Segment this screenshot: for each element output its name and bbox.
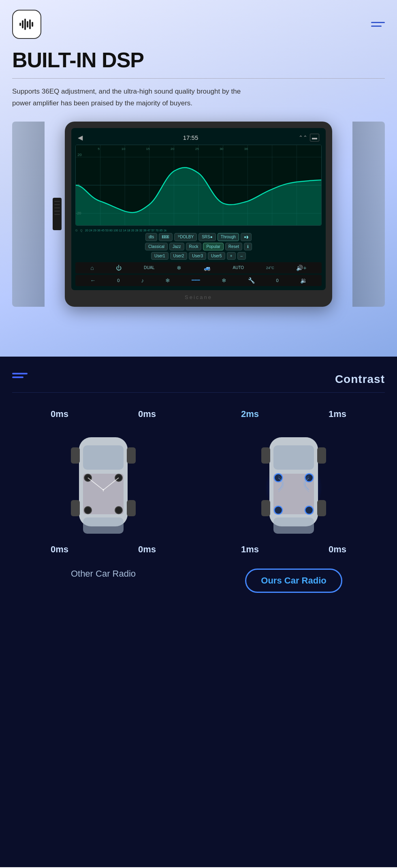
svg-text:10: 10 xyxy=(122,147,126,151)
zero-right: 0 xyxy=(276,278,279,283)
cars-comparison: 0ms 0ms 0ms 0ms xyxy=(12,405,385,593)
user1-btn[interactable]: User1 xyxy=(151,252,169,260)
other-car-svg xyxy=(71,425,136,539)
other-car-label: Other Car Radio xyxy=(71,569,136,579)
reset-btn[interactable]: Reset xyxy=(225,243,242,250)
brand-label: Seicane xyxy=(71,294,326,300)
power-nav[interactable]: ⏻ xyxy=(116,265,122,271)
header-row xyxy=(12,10,385,39)
classical-btn[interactable]: Classical xyxy=(145,243,168,250)
our-car-col: 2ms 1ms 1ms 0ms xyxy=(203,405,385,593)
hamburger-menu[interactable] xyxy=(371,22,385,27)
svg-point-56 xyxy=(305,506,313,514)
jazz-btn[interactable]: Jazz xyxy=(169,243,184,250)
svg-rect-2 xyxy=(24,19,26,30)
car-unit: ◀ 17:55 ⌃⌃ ▬ xyxy=(65,122,332,307)
eq-row-1: dts 𝄡𝄡𝄡 𝄢DOLBY SRS● Through ●◗ xyxy=(75,233,322,241)
logo-box xyxy=(12,10,41,39)
svg-rect-30 xyxy=(83,445,124,470)
user3-btn[interactable]: User3 xyxy=(189,252,206,260)
add-btn[interactable]: + xyxy=(227,252,236,260)
back-nav[interactable]: ← xyxy=(90,277,96,284)
svg-text:-20: -20 xyxy=(76,211,81,215)
svg-rect-0 xyxy=(19,23,21,26)
temp-label: 24°C xyxy=(266,266,274,270)
contrast-divider xyxy=(12,392,385,393)
bottom-section: Contrast 0ms 0ms 0ms 0ms xyxy=(0,357,397,867)
svg-text:36: 36 xyxy=(244,147,248,151)
user5-btn[interactable]: User5 xyxy=(208,252,225,260)
through-btn[interactable]: Through xyxy=(218,233,239,241)
other-ms-top-right: 0ms xyxy=(138,409,156,419)
svg-rect-50 xyxy=(317,447,326,464)
rock-btn[interactable]: Rock xyxy=(186,243,202,250)
eq-svg: 20 0 -20 5 10 15 20 25 30 36 xyxy=(76,145,321,225)
dts-btn[interactable]: dts xyxy=(145,233,157,241)
srs-btn[interactable]: SRS● xyxy=(198,233,216,241)
other-car-col: 0ms 0ms 0ms 0ms xyxy=(12,405,194,579)
other-ms-bot-right: 0ms xyxy=(138,544,156,555)
info-btn[interactable]: ℹ xyxy=(244,243,252,250)
home-nav[interactable]: ⌂ xyxy=(90,265,94,271)
popular-btn[interactable]: Popular xyxy=(203,243,223,250)
screen-nav: ⌂ ⏻ DUAL ❄ 🚙 AUTO 24°C 🔊+ xyxy=(75,262,322,274)
zero-left: 0 xyxy=(117,278,120,283)
page-title: BUILT-IN DSP xyxy=(12,49,385,72)
ours-car-button[interactable]: Ours Car Radio xyxy=(245,569,342,593)
eq-graph: 20 0 -20 5 10 15 20 25 30 36 xyxy=(75,145,322,226)
bbe-btn[interactable]: 𝄡𝄡𝄡 xyxy=(159,233,173,241)
wrench-nav[interactable]: 🔧 xyxy=(248,277,255,284)
user2-btn[interactable]: User2 xyxy=(170,252,188,260)
minus-btn[interactable]: – xyxy=(237,252,246,260)
other-ms-top-left: 0ms xyxy=(51,409,68,419)
svg-text:30: 30 xyxy=(220,147,224,151)
vol-down-nav[interactable]: 🔉 xyxy=(300,277,307,284)
dolby-btn[interactable]: 𝄢DOLBY xyxy=(174,233,197,241)
auto-nav[interactable]: AUTO xyxy=(233,265,244,270)
svg-rect-1 xyxy=(22,20,23,28)
svg-rect-49 xyxy=(261,447,270,464)
output-btn[interactable]: ●◗ xyxy=(241,233,252,241)
subtitle-text: Supports 36EQ adjustment, and the ultra-… xyxy=(12,86,255,109)
svg-text:0: 0 xyxy=(77,183,79,187)
svg-text:5: 5 xyxy=(98,147,100,151)
our-ms-top-right: 1ms xyxy=(329,409,346,419)
eq-row-2: Classical Jazz Rock Popular Reset ℹ xyxy=(75,243,322,250)
svg-rect-48 xyxy=(273,517,314,534)
fan-nav[interactable]: ❄ xyxy=(165,277,170,284)
svg-point-39 xyxy=(84,507,92,514)
top-section: BUILT-IN DSP Supports 36EQ adjustment, a… xyxy=(0,0,397,357)
dual-nav[interactable]: DUAL xyxy=(144,265,155,270)
vol-up-nav[interactable]: 🔊+ xyxy=(296,265,306,271)
contrast-title: Contrast xyxy=(335,373,385,386)
music-nav[interactable]: ♪ xyxy=(141,277,144,284)
our-ms-bot-right: 0ms xyxy=(329,544,346,555)
sound-wave-icon xyxy=(18,15,36,33)
other-ms-bot-left: 0ms xyxy=(51,544,68,555)
svg-text:20: 20 xyxy=(77,153,81,157)
svg-rect-52 xyxy=(317,500,326,516)
our-car-view: 2ms 1ms 1ms 0ms xyxy=(241,405,346,559)
other-car-view: 0ms 0ms 0ms 0ms xyxy=(51,405,156,559)
svg-rect-35 xyxy=(71,500,80,516)
screen-topbar: ◀ 17:55 ⌃⌃ ▬ xyxy=(75,132,322,145)
snowflake-nav[interactable]: ❄ xyxy=(177,265,181,271)
eq-row-3: User1 User2 User3 User5 + – xyxy=(75,252,322,260)
our-ms-top-left: 2ms xyxy=(241,409,259,419)
svg-rect-34 xyxy=(127,447,136,464)
svg-rect-51 xyxy=(261,500,270,516)
accent-lines xyxy=(12,373,28,378)
svg-rect-32 xyxy=(83,517,124,534)
clock: 17:55 xyxy=(183,134,198,141)
svg-rect-36 xyxy=(127,500,136,516)
slider-nav[interactable]: ━━━ xyxy=(192,278,200,283)
svg-text:25: 25 xyxy=(195,147,199,151)
svg-point-55 xyxy=(274,506,282,514)
car-nav[interactable]: 🚙 xyxy=(204,265,211,271)
svg-rect-3 xyxy=(27,21,28,28)
svg-point-40 xyxy=(115,507,122,514)
svg-text:15: 15 xyxy=(146,147,150,151)
back-btn[interactable]: ◀ xyxy=(78,134,83,141)
fan2-nav[interactable]: ❄ xyxy=(222,277,226,284)
status-icons: ⌃⌃ ▬ xyxy=(299,134,319,141)
